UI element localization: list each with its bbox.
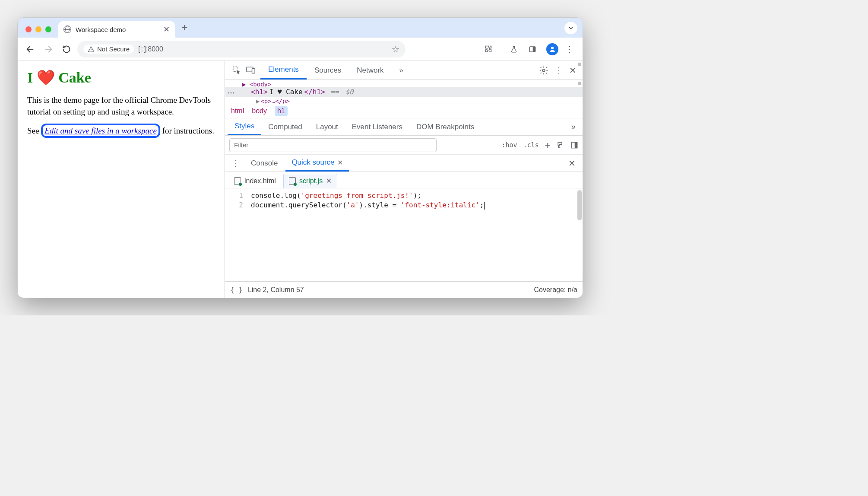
styles-subtabs: Styles Computed Layout Event Listeners D… xyxy=(225,118,583,136)
workspace-link[interactable]: Edit and save files in a workspace xyxy=(44,126,157,135)
tab-close-button[interactable]: ✕ xyxy=(163,25,170,34)
file-icon xyxy=(234,177,241,185)
drawer-tab-quick-source[interactable]: Quick source ✕ xyxy=(285,155,348,172)
drawer-menu-button[interactable]: ⋮ xyxy=(228,159,243,168)
window-maximize-button[interactable] xyxy=(45,26,51,32)
svg-point-8 xyxy=(542,69,545,72)
drawer-tab-console[interactable]: Console xyxy=(245,155,284,172)
subtab-layout[interactable]: Layout xyxy=(309,118,345,135)
traffic-lights xyxy=(22,26,56,38)
chevron-down-icon xyxy=(568,25,574,31)
file-icon xyxy=(289,177,296,185)
breadcrumb-html[interactable]: html xyxy=(231,107,244,115)
url-text: [::]:8000 xyxy=(138,45,163,53)
subtab-event-listeners[interactable]: Event Listeners xyxy=(345,118,409,135)
file-tab-close[interactable]: ✕ xyxy=(326,177,332,185)
paint-icon[interactable] xyxy=(557,141,564,149)
side-panel-button[interactable] xyxy=(528,45,539,53)
computed-toggle-button[interactable] xyxy=(570,141,578,149)
svg-point-1 xyxy=(91,51,91,51)
new-tab-button[interactable]: + xyxy=(177,22,192,38)
reload-icon xyxy=(62,45,71,54)
line-gutter: 1 2 xyxy=(225,188,247,281)
editor-scrollbar[interactable] xyxy=(577,190,582,220)
svg-rect-7 xyxy=(252,68,255,73)
dom-breadcrumbs: html body h1 xyxy=(225,104,583,118)
dom-p-row[interactable]: ▶<p>…</p> xyxy=(225,97,583,104)
code-editor[interactable]: 1 2 console.log('greetings from script.j… xyxy=(225,188,583,281)
devtools-close-button[interactable]: ✕ xyxy=(569,65,577,76)
filter-cls[interactable]: .cls xyxy=(523,141,539,149)
dom-tree[interactable]: ⋯ ▶ <body> <h1>I ♥ Cake</h1> == $0 ▶<p>…… xyxy=(225,80,583,104)
subtab-styles[interactable]: Styles xyxy=(228,118,261,135)
subtab-computed[interactable]: Computed xyxy=(261,118,309,135)
drawer-tab-label: Quick source xyxy=(291,158,334,167)
file-tab-script[interactable]: script.js ✕ xyxy=(283,174,337,188)
tab-more[interactable]: » xyxy=(392,61,411,79)
device-toolbar-button[interactable] xyxy=(246,66,256,75)
toolbar-right: ⋮ xyxy=(484,43,577,55)
line-number: 1 xyxy=(225,191,243,200)
file-tab-index[interactable]: index.html xyxy=(228,174,282,188)
labs-button[interactable] xyxy=(510,45,520,54)
filter-hov[interactable]: :hov xyxy=(502,141,517,149)
pretty-print-button[interactable]: { } xyxy=(230,286,243,294)
profile-button[interactable] xyxy=(546,43,557,55)
panel-icon xyxy=(528,45,537,53)
drawer-tabs: ⋮ Console Quick source ✕ ✕ xyxy=(225,155,583,172)
browser-window: Workspace demo ✕ + Not Secure [::]:8000 … xyxy=(17,17,583,298)
address-bar[interactable]: Not Secure [::]:8000 ☆ xyxy=(77,41,405,57)
content-split: I ❤️ Cake This is the demo page for the … xyxy=(18,61,583,298)
dom-overflow-icon[interactable]: ⋯ xyxy=(228,89,235,97)
svg-rect-3 xyxy=(533,47,535,52)
tabs-dropdown-button[interactable] xyxy=(564,22,577,34)
window-minimize-button[interactable] xyxy=(35,26,41,32)
gear-icon xyxy=(539,66,548,75)
scroll-indicator xyxy=(578,63,581,66)
new-style-rule-button[interactable]: + xyxy=(545,140,551,150)
link-highlight: Edit and save files in a workspace xyxy=(41,124,160,138)
devtools-settings-button[interactable] xyxy=(539,66,548,75)
dom-selected-row[interactable]: <h1>I ♥ Cake</h1> == $0 xyxy=(225,87,583,97)
window-close-button[interactable] xyxy=(25,26,32,32)
dom-h1-close: </h1> xyxy=(304,88,325,96)
reload-button[interactable] xyxy=(59,42,74,57)
tab-network[interactable]: Network xyxy=(349,61,391,79)
warning-icon xyxy=(88,46,95,53)
text-cursor xyxy=(484,202,485,210)
breadcrumb-h1[interactable]: h1 xyxy=(275,106,288,116)
link-suffix: for instructions. xyxy=(160,126,214,135)
drawer-close-button[interactable]: ✕ xyxy=(568,158,579,169)
inspect-element-button[interactable] xyxy=(232,66,241,75)
globe-icon xyxy=(63,25,71,33)
bookmark-button[interactable]: ☆ xyxy=(392,44,399,54)
arrow-right-icon xyxy=(44,45,53,54)
browser-tab[interactable]: Workspace demo ✕ xyxy=(58,21,175,38)
breadcrumb-body[interactable]: body xyxy=(252,107,267,115)
dom-selector: $0 xyxy=(345,88,353,96)
styles-filter-input[interactable] xyxy=(229,138,437,152)
dom-body-row[interactable]: ▶ <body> xyxy=(225,80,583,87)
tab-elements[interactable]: Elements xyxy=(260,61,307,79)
security-chip[interactable]: Not Secure xyxy=(83,45,134,54)
back-button[interactable] xyxy=(23,42,38,57)
dom-h1-text: I ♥ Cake xyxy=(269,88,303,96)
inspect-icon xyxy=(232,66,241,75)
code-content[interactable]: console.log('greetings from script.js!')… xyxy=(247,188,485,281)
flask-icon xyxy=(510,45,518,54)
devtools-menu-button[interactable]: ⋮ xyxy=(554,65,563,76)
extensions-button[interactable] xyxy=(484,45,494,54)
security-label: Not Secure xyxy=(97,45,130,53)
dom-eq: == xyxy=(327,88,344,96)
divider xyxy=(502,45,502,54)
dom-h1-open: <h1> xyxy=(251,88,268,96)
file-tabs: index.html script.js ✕ xyxy=(225,172,583,188)
drawer-tab-close[interactable]: ✕ xyxy=(337,159,343,167)
page-paragraph: This is the demo page for the official C… xyxy=(27,95,215,118)
chrome-menu-button[interactable]: ⋮ xyxy=(564,45,575,54)
scroll-indicator xyxy=(578,82,581,85)
subtab-more[interactable]: » xyxy=(567,122,580,131)
subtab-dom-breakpoints[interactable]: DOM Breakpoints xyxy=(409,118,481,135)
tab-sources[interactable]: Sources xyxy=(307,61,349,79)
forward-button[interactable] xyxy=(41,42,56,57)
